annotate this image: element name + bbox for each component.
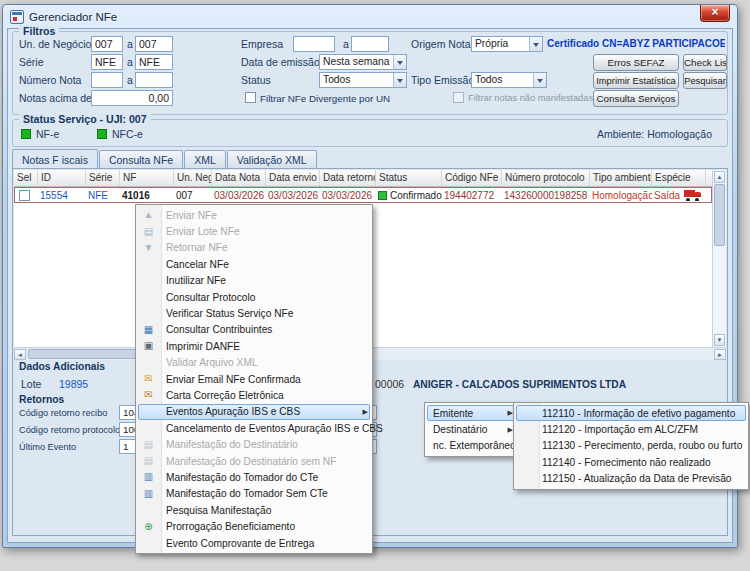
menu-item-112130-perecimento-perda-roubo-ou-furto[interactable]: 112130 - Perecimento, perda, roubo ou fu… (514, 438, 748, 454)
data-emissao-value: Nesta semana (323, 56, 389, 67)
menu-item-label: Evento Comprovante de Entrega (166, 538, 314, 549)
menu-item-label: Manifestação do Destinatário sem NF (166, 456, 336, 467)
menu-item-verificar-status-servi-o-nfe[interactable]: Verificar Status Serviço NFe (136, 305, 372, 321)
empresa-from-input[interactable] (293, 36, 335, 52)
menu-item-label: Cancelamento de Eventos Apuração IBS e C… (166, 423, 383, 434)
menu-item-consultar-protocolo[interactable]: Consultar Protocolo (136, 289, 372, 305)
return-nfe-icon: ▼ (140, 240, 157, 256)
menu-item-evento-comprovante-de-entrega[interactable]: Evento Comprovante de Entrega (136, 535, 372, 551)
menu-item-emitente[interactable]: Emitente▶ (425, 405, 517, 421)
send-lote-icon: ▤ (140, 224, 157, 240)
empresa-label: Empresa (241, 38, 283, 51)
close-button[interactable]: × (700, 5, 730, 22)
menu-item-label: Enviar Email NFe Confirmada (166, 374, 301, 385)
menu-item-label: Eventos Apuração IBS e CBS (166, 406, 300, 417)
filtrar-nao-manifestadas-label: Filtrar notas não manifestadas (468, 92, 593, 105)
menu-item-label: 112110 - Informação de efetivo pagamento (542, 408, 735, 419)
menu-item-eventos-apura-o-ibs-e-cbs[interactable]: Eventos Apuração IBS e CBS▶ (136, 404, 372, 420)
notas-acima-input[interactable] (91, 90, 173, 106)
status-servico-title: Status Serviço - UJI: 007 (19, 113, 151, 126)
filtrar-divergente-label: Filtrar NFe Divergente por UN (260, 92, 390, 105)
menu-item-label: Emitente (433, 408, 473, 419)
menu-item-manifesta-o-do-tomador-sem-cte[interactable]: ▥Manifestação do Tomador Sem CTe (136, 486, 372, 502)
menu-item-label: 112140 - Fornecimento não realizado (542, 457, 711, 468)
menu-item-cancelamento-de-eventos-apura-o-ibs-e-cbs[interactable]: Cancelamento de Eventos Apuração IBS e C… (136, 420, 372, 436)
menu-item-112120-importa-o-em-alc-zfm[interactable]: 112120 - Importação em ALC/ZFM (514, 421, 748, 437)
un-a-label: a (127, 38, 133, 51)
tipo-emissao-select[interactable]: Todos (471, 72, 547, 88)
submenu-eventos: 112110 - Informação de efetivo pagamento… (513, 402, 749, 490)
certificado-text: Certificado CN=ABYZ PARTICIPACOES E INVE… (547, 38, 725, 49)
tab-notas-f-iscais[interactable]: Notas F iscais (12, 149, 98, 168)
carta-icon: ✉ (140, 387, 157, 403)
menu-item-label: Consultar Contribuintes (166, 324, 272, 335)
menu-item-destinat-rio[interactable]: Destinatário▶ (425, 421, 517, 437)
nfce-status-ok-icon (97, 129, 107, 139)
tipo-emissao-value: Todos (475, 74, 502, 85)
menu-item-validar-arquivo-xml: Validar Arquivo XML (136, 355, 372, 371)
filtrar-divergente-checkbox[interactable] (245, 92, 256, 103)
desktop: { "window": {"title": "Gerenciador NFe",… (0, 0, 750, 571)
empresa-to-input[interactable] (351, 36, 389, 52)
menu-item-carta-corre-o-eletr-nica[interactable]: ✉Carta Correção Eletrônica (136, 387, 372, 403)
menu-item-inutilizar-nfe[interactable]: Inutilizar NFe (136, 273, 372, 289)
print-icon: ▣ (140, 338, 157, 354)
menu-item-consultar-contribuintes[interactable]: ▦Consultar Contribuintes (136, 322, 372, 338)
retorno-label-ltimo-evento: Último Evento (19, 441, 76, 454)
nfe-status-ok-icon (21, 129, 31, 139)
menu-item-nc-extempor-neo[interactable]: nc. Extemporâneo (425, 438, 517, 454)
nfce-status-label: NFC-e (112, 128, 143, 141)
menu-item-112150-atualiza-o-da-data-de-previs-o[interactable]: 112150 - Atualização da Data de Previsão (514, 471, 748, 487)
chevron-down-icon[interactable] (393, 73, 406, 87)
tab-valida-o-xml[interactable]: Validação XML (227, 150, 317, 168)
menu-item-label: Imprimir DANFE (166, 341, 240, 352)
tab-xml[interactable]: XML (184, 150, 226, 168)
filtrar-nao-manifestadas-checkbox (453, 92, 464, 103)
menu-item-prorroga-o-beneficiamento[interactable]: ⊕Prorrogação Beneficiamento (136, 518, 372, 534)
menu-item-112140-fornecimento-n-o-realizado[interactable]: 112140 - Fornecimento não realizado (514, 454, 748, 470)
menu-item-label: Enviar NFe (166, 210, 217, 221)
pesquisar-button[interactable]: Pesquisar (683, 72, 727, 89)
menu-item-manifesta-o-do-tomador-do-cte[interactable]: ▥Manifestação do Tomador do CTe (136, 469, 372, 485)
origem-nota-select[interactable]: Própria (471, 36, 543, 52)
context-menu: ▲Enviar NFe▤Enviar Lote NFe▼Retornar NFe… (135, 204, 373, 554)
titlebar[interactable]: Gerenciador NFe × (7, 5, 733, 28)
menu-item-cancelar-nfe[interactable]: Cancelar NFe (136, 256, 372, 272)
menu-item-manifesta-o-do-destinat-rio: ▤Manifestação do Destinatário (136, 436, 372, 452)
menu-item-label: Pesquisa Manifestação (166, 505, 271, 516)
serie-from-input[interactable] (91, 54, 123, 70)
chevron-down-icon[interactable] (393, 55, 406, 69)
serie-to-input[interactable] (135, 54, 173, 70)
numero-nota-from-input[interactable] (91, 72, 123, 88)
menu-item-enviar-email-nfe-confirmada[interactable]: ✉Enviar Email NFe Confirmada (136, 371, 372, 387)
retorno-label-c-digo-retorno-protocolo: Código retorno protocolo (19, 424, 120, 437)
menu-item-label: Manifestação do Tomador Sem CTe (166, 488, 328, 499)
erros-sefaz-button[interactable]: Erros SEFAZ (593, 54, 679, 71)
check-list-button[interactable]: Check List (683, 54, 727, 71)
submenu-emitente: Emitente▶Destinatário▶nc. Extemporâneo (424, 402, 518, 457)
status-select[interactable]: Todos (319, 72, 407, 88)
imprimir-estatistica-button[interactable]: Imprimir Estatística (593, 72, 679, 89)
close-icon: × (711, 5, 718, 19)
numero-nota-to-input[interactable] (135, 72, 173, 88)
filters-title: Filtros (19, 25, 59, 38)
menu-item-pesquisa-manifesta-o[interactable]: Pesquisa Manifestação (136, 502, 372, 518)
un-negocio-to-input[interactable] (135, 36, 173, 52)
menu-item-label: Consultar Protocolo (166, 292, 255, 303)
chevron-down-icon[interactable] (533, 73, 546, 87)
menu-item-label: Cancelar NFe (166, 259, 229, 270)
menu-item-label: Carta Correção Eletrônica (166, 390, 284, 401)
menu-item-label: Manifestação do Tomador do CTe (166, 472, 318, 483)
menu-item-label: nc. Extemporâneo (433, 440, 516, 451)
tab-consulta-nfe[interactable]: Consulta NFe (99, 150, 183, 168)
chevron-down-icon[interactable] (529, 37, 542, 51)
menu-item-112110-informa-o-de-efetivo-pagamento[interactable]: 112110 - Informação de efetivo pagamento (514, 405, 748, 421)
data-emissao-select[interactable]: Nesta semana (319, 54, 407, 70)
manifest-icon: ▤ (140, 437, 157, 453)
un-negocio-label: Un. de Negócio (19, 38, 91, 51)
un-negocio-from-input[interactable] (91, 36, 123, 52)
consulta-servicos-button[interactable]: Consulta Serviços (593, 90, 679, 107)
nfe-status-label: NF-e (36, 128, 59, 141)
menu-item-label: 112130 - Perecimento, perda, roubo ou fu… (542, 440, 742, 451)
menu-item-imprimir-danfe[interactable]: ▣Imprimir DANFE (136, 338, 372, 354)
